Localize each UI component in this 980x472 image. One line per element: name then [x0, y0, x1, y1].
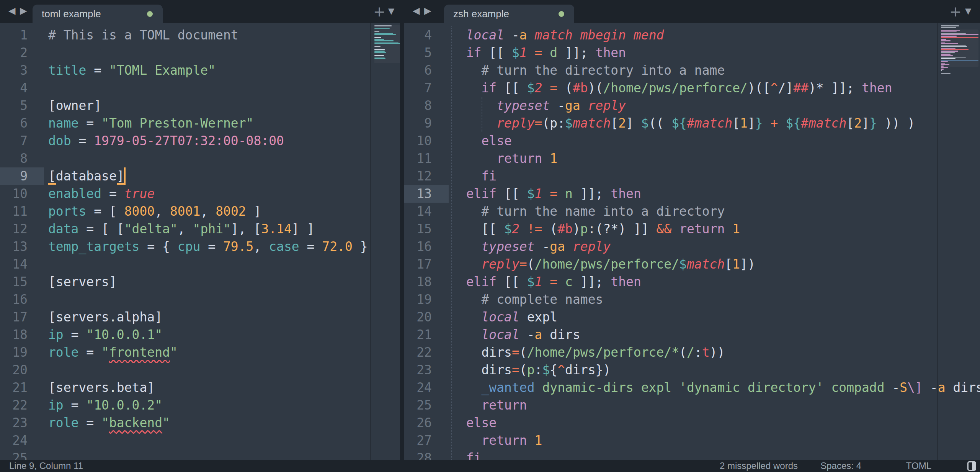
- code-line[interactable]: dirs=(p:${^dirs}): [451, 361, 611, 379]
- minimap-left[interactable]: [374, 25, 400, 460]
- line-number[interactable]: 10: [0, 185, 28, 203]
- code-line[interactable]: [database]: [48, 167, 124, 185]
- line-number[interactable]: 9: [404, 115, 432, 132]
- code-line[interactable]: local expl: [451, 308, 557, 326]
- code-line[interactable]: reply=(p:$match[2] $(( ${#match[1]} + ${…: [451, 115, 915, 132]
- code-line[interactable]: typeset -ga reply: [451, 97, 626, 115]
- pane-zsh[interactable]: 4 local -a match mbegin mend5 if [[ $1 =…: [404, 23, 980, 460]
- code-line[interactable]: dob = 1979-05-27T07:32:00-08:00: [48, 132, 284, 150]
- line-number[interactable]: 16: [0, 291, 28, 308]
- code-line[interactable]: return: [451, 397, 527, 414]
- next-tab-arrow-icon-right[interactable]: ▶: [424, 5, 431, 16]
- new-tab-button-right[interactable]: +: [949, 3, 962, 20]
- line-number[interactable]: 12: [0, 220, 28, 238]
- code-line[interactable]: ip = "10.0.0.1": [48, 326, 162, 344]
- line-number[interactable]: 23: [0, 414, 28, 432]
- line-number[interactable]: 6: [0, 115, 28, 132]
- code-line[interactable]: data = [ ["delta", "phi"], [3.14] ]: [48, 220, 314, 238]
- code-line[interactable]: role = "backend": [48, 414, 170, 432]
- code-line[interactable]: typeset -ga reply: [451, 238, 611, 256]
- code-line[interactable]: if [[ $1 = d ]]; then: [451, 44, 626, 62]
- line-number[interactable]: 7: [404, 79, 432, 97]
- line-number[interactable]: 15: [0, 273, 28, 291]
- line-number[interactable]: 10: [404, 132, 432, 150]
- tab-zsh-example[interactable]: zsh example: [444, 5, 574, 23]
- indentation-status[interactable]: Spaces: 4: [820, 460, 861, 472]
- line-number[interactable]: 3: [0, 62, 28, 79]
- code-line[interactable]: # complete names: [451, 291, 603, 308]
- line-number[interactable]: 4: [404, 26, 432, 44]
- code-line[interactable]: _wanted dynamic-dirs expl 'dynamic direc…: [451, 379, 980, 397]
- tab-toml-example[interactable]: toml example: [33, 5, 163, 23]
- code-line[interactable]: # turn the directory into a name: [451, 62, 725, 79]
- code-line[interactable]: role = "frontend": [48, 344, 178, 361]
- line-number[interactable]: 18: [0, 326, 28, 344]
- line-number[interactable]: 15: [404, 220, 432, 238]
- line-number[interactable]: 14: [404, 203, 432, 220]
- pane-toml[interactable]: 1# This is a TOML document23title = "TOM…: [0, 23, 400, 460]
- code-line[interactable]: elif [[ $1 = n ]]; then: [451, 185, 641, 203]
- line-number[interactable]: 17: [404, 256, 432, 273]
- new-tab-button-left[interactable]: +: [373, 3, 385, 20]
- line-number[interactable]: 1: [0, 26, 28, 44]
- line-number[interactable]: 26: [404, 414, 432, 432]
- line-number[interactable]: 16: [404, 238, 432, 256]
- code-line[interactable]: elif [[ $1 = c ]]; then: [451, 273, 641, 291]
- line-number[interactable]: 7: [0, 132, 28, 150]
- line-number[interactable]: 20: [404, 308, 432, 326]
- code-line[interactable]: title = "TOML Example": [48, 62, 216, 79]
- code-line[interactable]: if [[ $2 = (#b)(/home/pws/perforce/)([^/…: [451, 79, 892, 97]
- next-tab-arrow-icon[interactable]: ▶: [20, 5, 27, 16]
- prev-tab-arrow-icon-right[interactable]: ◀: [413, 5, 420, 16]
- code-line[interactable]: [servers.beta]: [48, 379, 155, 397]
- code-line[interactable]: name = "Tom Preston-Werner": [48, 115, 253, 132]
- code-line[interactable]: return 1: [451, 432, 542, 449]
- line-number[interactable]: 25: [404, 397, 432, 414]
- code-line[interactable]: return 1: [451, 150, 557, 167]
- line-number[interactable]: 18: [404, 273, 432, 291]
- line-number[interactable]: 5: [0, 97, 28, 115]
- line-number[interactable]: 13: [0, 238, 28, 256]
- line-number[interactable]: 13: [404, 185, 432, 203]
- toggle-panel-icon[interactable]: [967, 461, 976, 471]
- code-line[interactable]: [servers.alpha]: [48, 308, 162, 326]
- code-line[interactable]: local -a match mbegin mend: [451, 26, 664, 44]
- tab-list-dropdown-left[interactable]: ▼: [388, 7, 394, 16]
- line-number[interactable]: 14: [0, 256, 28, 273]
- line-number[interactable]: 25: [0, 449, 28, 460]
- line-number[interactable]: 9: [0, 167, 28, 185]
- code-line[interactable]: local -a dirs: [451, 326, 580, 344]
- code-line[interactable]: temp_targets = { cpu = 79.5, case = 72.0…: [48, 238, 368, 256]
- line-number[interactable]: 4: [0, 79, 28, 97]
- line-number[interactable]: 24: [0, 432, 28, 449]
- tab-list-dropdown-right[interactable]: ▼: [965, 7, 971, 16]
- code-line[interactable]: # This is a TOML document: [48, 26, 238, 44]
- code-line[interactable]: ip = "10.0.0.2": [48, 397, 162, 414]
- line-number[interactable]: 8: [404, 97, 432, 115]
- code-line[interactable]: [servers]: [48, 273, 117, 291]
- line-number[interactable]: 2: [0, 44, 28, 62]
- line-number[interactable]: 28: [404, 449, 432, 460]
- line-number[interactable]: 23: [404, 361, 432, 379]
- line-number[interactable]: 22: [0, 397, 28, 414]
- line-number[interactable]: 21: [0, 379, 28, 397]
- code-line[interactable]: enabled = true: [48, 185, 155, 203]
- line-number[interactable]: 24: [404, 379, 432, 397]
- line-number[interactable]: 21: [404, 326, 432, 344]
- code-line[interactable]: ports = [ 8000, 8001, 8002 ]: [48, 203, 261, 220]
- code-line[interactable]: else: [451, 414, 497, 432]
- line-number[interactable]: 27: [404, 432, 432, 449]
- misspelled-words-status[interactable]: 2 misspelled words: [720, 460, 798, 472]
- code-line[interactable]: dirs=(/home/pws/perforce/*(/:t)): [451, 344, 725, 361]
- code-line[interactable]: # turn the name into a directory: [451, 203, 725, 220]
- code-line[interactable]: else: [451, 132, 512, 150]
- line-number[interactable]: 6: [404, 62, 432, 79]
- line-number[interactable]: 19: [0, 344, 28, 361]
- line-number[interactable]: 11: [0, 203, 28, 220]
- line-number[interactable]: 11: [404, 150, 432, 167]
- code-line[interactable]: [[ $2 != (#b)p:(?*) ]] && return 1: [451, 220, 740, 238]
- code-line[interactable]: reply=(/home/pws/perforce/$match[1]): [451, 256, 755, 273]
- prev-tab-arrow-icon[interactable]: ◀: [8, 5, 15, 16]
- line-number[interactable]: 20: [0, 361, 28, 379]
- line-number[interactable]: 17: [0, 308, 28, 326]
